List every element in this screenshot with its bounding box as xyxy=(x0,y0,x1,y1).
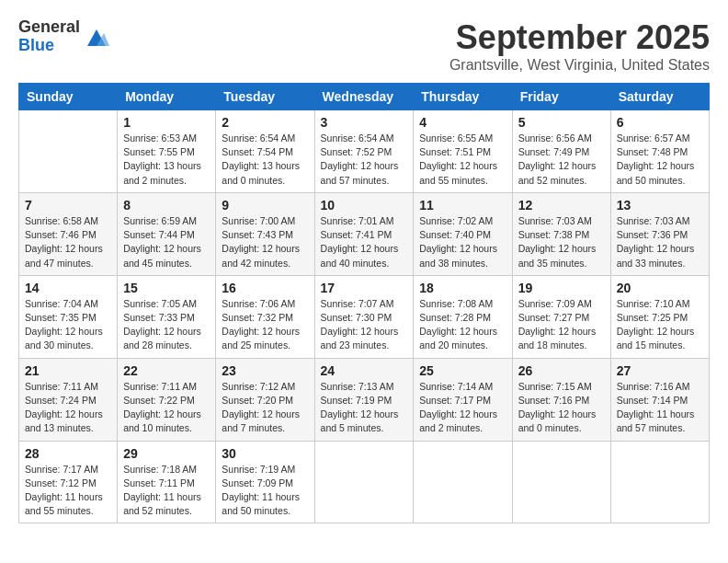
day-number: 24 xyxy=(321,363,408,378)
calendar-cell: 20Sunrise: 7:10 AM Sunset: 7:25 PM Dayli… xyxy=(610,275,709,358)
calendar-cell: 23Sunrise: 7:12 AM Sunset: 7:20 PM Dayli… xyxy=(216,358,314,441)
day-number: 29 xyxy=(123,446,210,461)
calendar-week-5: 28Sunrise: 7:17 AM Sunset: 7:12 PM Dayli… xyxy=(19,441,710,523)
month-title: September 2025 xyxy=(449,18,710,57)
calendar-cell: 9Sunrise: 7:00 AM Sunset: 7:43 PM Daylig… xyxy=(216,192,314,275)
calendar-cell: 15Sunrise: 7:05 AM Sunset: 7:33 PM Dayli… xyxy=(118,275,216,358)
logo-general-text: General xyxy=(18,18,80,37)
day-info: Sunrise: 7:00 AM Sunset: 7:43 PM Dayligh… xyxy=(222,214,308,270)
day-number: 6 xyxy=(617,115,703,130)
calendar-week-4: 21Sunrise: 7:11 AM Sunset: 7:24 PM Dayli… xyxy=(19,358,710,441)
day-number: 12 xyxy=(518,198,605,213)
day-number: 13 xyxy=(617,198,703,213)
day-number: 2 xyxy=(222,115,308,130)
logo: General Blue xyxy=(18,18,109,55)
day-info: Sunrise: 7:18 AM Sunset: 7:11 PM Dayligh… xyxy=(123,463,210,519)
weekday-header-sunday: Sunday xyxy=(19,84,118,110)
calendar-cell xyxy=(414,441,512,523)
weekday-header-tuesday: Tuesday xyxy=(216,84,314,110)
calendar-cell: 14Sunrise: 7:04 AM Sunset: 7:35 PM Dayli… xyxy=(19,275,118,358)
day-number: 20 xyxy=(617,281,703,295)
day-number: 9 xyxy=(222,198,308,213)
day-info: Sunrise: 7:05 AM Sunset: 7:33 PM Dayligh… xyxy=(123,297,210,353)
day-info: Sunrise: 6:53 AM Sunset: 7:55 PM Dayligh… xyxy=(123,132,210,188)
day-info: Sunrise: 7:03 AM Sunset: 7:38 PM Dayligh… xyxy=(518,214,605,270)
weekday-header-monday: Monday xyxy=(118,84,216,110)
day-info: Sunrise: 7:14 AM Sunset: 7:17 PM Dayligh… xyxy=(419,380,506,436)
calendar-cell: 12Sunrise: 7:03 AM Sunset: 7:38 PM Dayli… xyxy=(512,192,610,275)
day-info: Sunrise: 7:06 AM Sunset: 7:32 PM Dayligh… xyxy=(222,297,308,353)
calendar-cell: 24Sunrise: 7:13 AM Sunset: 7:19 PM Dayli… xyxy=(314,358,414,441)
logo-icon xyxy=(84,24,109,50)
day-info: Sunrise: 7:10 AM Sunset: 7:25 PM Dayligh… xyxy=(617,297,703,353)
day-number: 17 xyxy=(321,281,408,295)
calendar-cell: 27Sunrise: 7:16 AM Sunset: 7:14 PM Dayli… xyxy=(610,358,709,441)
calendar-cell: 30Sunrise: 7:19 AM Sunset: 7:09 PM Dayli… xyxy=(216,441,314,523)
day-number: 8 xyxy=(123,198,210,213)
day-info: Sunrise: 7:03 AM Sunset: 7:36 PM Dayligh… xyxy=(617,214,703,270)
calendar-cell: 28Sunrise: 7:17 AM Sunset: 7:12 PM Dayli… xyxy=(19,441,118,523)
day-number: 7 xyxy=(25,198,111,213)
calendar-table: SundayMondayTuesdayWednesdayThursdayFrid… xyxy=(18,83,710,523)
calendar-cell: 19Sunrise: 7:09 AM Sunset: 7:27 PM Dayli… xyxy=(512,275,610,358)
day-number: 21 xyxy=(25,363,111,378)
calendar-cell: 25Sunrise: 7:14 AM Sunset: 7:17 PM Dayli… xyxy=(414,358,512,441)
day-number: 27 xyxy=(617,363,703,378)
day-info: Sunrise: 7:09 AM Sunset: 7:27 PM Dayligh… xyxy=(518,297,605,353)
day-info: Sunrise: 7:11 AM Sunset: 7:24 PM Dayligh… xyxy=(25,380,111,436)
day-info: Sunrise: 7:12 AM Sunset: 7:20 PM Dayligh… xyxy=(222,380,308,436)
calendar-week-3: 14Sunrise: 7:04 AM Sunset: 7:35 PM Dayli… xyxy=(19,275,710,358)
day-info: Sunrise: 7:01 AM Sunset: 7:41 PM Dayligh… xyxy=(321,214,408,270)
calendar-cell: 26Sunrise: 7:15 AM Sunset: 7:16 PM Dayli… xyxy=(512,358,610,441)
day-number: 5 xyxy=(518,115,605,130)
day-info: Sunrise: 7:11 AM Sunset: 7:22 PM Dayligh… xyxy=(123,380,210,436)
calendar-cell: 17Sunrise: 7:07 AM Sunset: 7:30 PM Dayli… xyxy=(314,275,414,358)
day-info: Sunrise: 7:07 AM Sunset: 7:30 PM Dayligh… xyxy=(321,297,408,353)
calendar-cell: 4Sunrise: 6:55 AM Sunset: 7:51 PM Daylig… xyxy=(414,110,512,193)
calendar-cell xyxy=(512,441,610,523)
day-info: Sunrise: 7:08 AM Sunset: 7:28 PM Dayligh… xyxy=(419,297,506,353)
day-info: Sunrise: 6:59 AM Sunset: 7:44 PM Dayligh… xyxy=(123,214,210,270)
calendar-cell: 6Sunrise: 6:57 AM Sunset: 7:48 PM Daylig… xyxy=(610,110,709,193)
page-header: General Blue September 2025 Grantsville,… xyxy=(18,18,710,74)
weekday-header-saturday: Saturday xyxy=(610,84,709,110)
day-info: Sunrise: 6:54 AM Sunset: 7:52 PM Dayligh… xyxy=(321,132,408,188)
calendar-cell: 3Sunrise: 6:54 AM Sunset: 7:52 PM Daylig… xyxy=(314,110,414,193)
calendar-cell: 1Sunrise: 6:53 AM Sunset: 7:55 PM Daylig… xyxy=(118,110,216,193)
day-info: Sunrise: 6:56 AM Sunset: 7:49 PM Dayligh… xyxy=(518,132,605,188)
calendar-cell: 10Sunrise: 7:01 AM Sunset: 7:41 PM Dayli… xyxy=(314,192,414,275)
calendar-header-row: SundayMondayTuesdayWednesdayThursdayFrid… xyxy=(19,84,710,110)
day-number: 14 xyxy=(25,281,111,295)
logo-blue-text: Blue xyxy=(18,37,80,55)
calendar-cell: 8Sunrise: 6:59 AM Sunset: 7:44 PM Daylig… xyxy=(118,192,216,275)
day-number: 4 xyxy=(419,115,506,130)
day-info: Sunrise: 7:19 AM Sunset: 7:09 PM Dayligh… xyxy=(222,463,308,519)
day-info: Sunrise: 7:15 AM Sunset: 7:16 PM Dayligh… xyxy=(518,380,605,436)
calendar-cell: 13Sunrise: 7:03 AM Sunset: 7:36 PM Dayli… xyxy=(610,192,709,275)
day-number: 15 xyxy=(123,281,210,295)
day-number: 30 xyxy=(222,446,308,461)
calendar-cell: 11Sunrise: 7:02 AM Sunset: 7:40 PM Dayli… xyxy=(414,192,512,275)
weekday-header-thursday: Thursday xyxy=(414,84,512,110)
day-number: 22 xyxy=(123,363,210,378)
day-number: 26 xyxy=(518,363,605,378)
calendar-cell: 5Sunrise: 6:56 AM Sunset: 7:49 PM Daylig… xyxy=(512,110,610,193)
calendar-cell: 29Sunrise: 7:18 AM Sunset: 7:11 PM Dayli… xyxy=(118,441,216,523)
calendar-cell xyxy=(19,110,118,193)
day-number: 16 xyxy=(222,281,308,295)
day-number: 1 xyxy=(123,115,210,130)
calendar-week-2: 7Sunrise: 6:58 AM Sunset: 7:46 PM Daylig… xyxy=(19,192,710,275)
day-number: 23 xyxy=(222,363,308,378)
day-info: Sunrise: 7:16 AM Sunset: 7:14 PM Dayligh… xyxy=(617,380,703,436)
day-number: 18 xyxy=(419,281,506,295)
day-info: Sunrise: 7:02 AM Sunset: 7:40 PM Dayligh… xyxy=(419,214,506,270)
day-number: 28 xyxy=(25,446,111,461)
calendar-cell: 16Sunrise: 7:06 AM Sunset: 7:32 PM Dayli… xyxy=(216,275,314,358)
calendar-week-1: 1Sunrise: 6:53 AM Sunset: 7:55 PM Daylig… xyxy=(19,110,710,193)
day-info: Sunrise: 6:55 AM Sunset: 7:51 PM Dayligh… xyxy=(419,132,506,188)
day-number: 10 xyxy=(321,198,408,213)
day-number: 19 xyxy=(518,281,605,295)
day-number: 11 xyxy=(419,198,506,213)
calendar-cell: 7Sunrise: 6:58 AM Sunset: 7:46 PM Daylig… xyxy=(19,192,118,275)
day-number: 3 xyxy=(321,115,408,130)
